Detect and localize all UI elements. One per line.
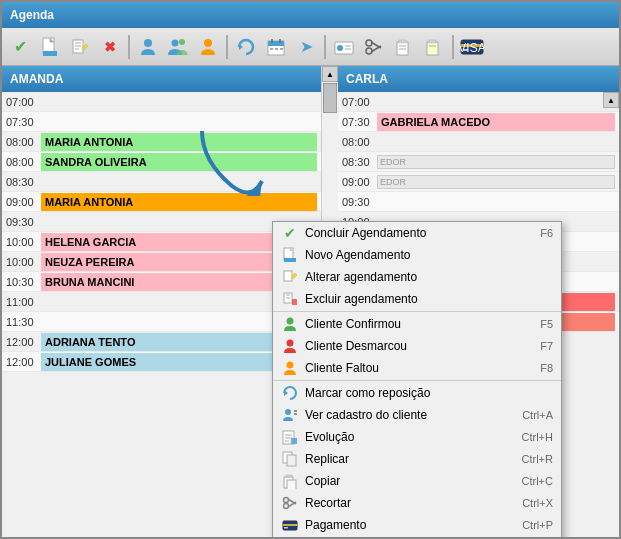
sep3: [324, 35, 326, 59]
svg-point-51: [287, 362, 294, 369]
scroll-up-btn[interactable]: ▲: [322, 66, 338, 82]
svg-rect-60: [291, 438, 297, 444]
scissors-button[interactable]: [360, 33, 388, 61]
alterar-icon: [281, 268, 299, 286]
title-bar: Agenda: [2, 2, 619, 28]
event-sandra-oliveira[interactable]: SANDRA OLIVEIRA: [41, 153, 317, 171]
table-row: 08:30: [2, 172, 321, 192]
context-menu: ✔ Concluir Agendamento F6 Novo Agendamen…: [272, 221, 562, 537]
toolbar: ✔ ✖ ➤: [2, 28, 619, 66]
person2-button[interactable]: [164, 33, 192, 61]
svg-point-10: [172, 39, 179, 46]
svg-point-9: [144, 39, 152, 47]
ctx-copiar[interactable]: Copiar Ctrl+C: [273, 470, 561, 492]
person3-button[interactable]: [194, 33, 222, 61]
event-maria-antonia[interactable]: MARIA ANTONIA: [41, 133, 317, 151]
replicar-icon: [281, 450, 299, 468]
svg-marker-13: [239, 44, 243, 50]
table-row: 09:30: [338, 192, 619, 212]
svg-rect-18: [270, 48, 273, 50]
svg-rect-72: [284, 527, 288, 529]
svg-point-22: [337, 45, 343, 51]
svg-rect-65: [287, 480, 296, 489]
svg-rect-30: [399, 40, 406, 43]
amanda-header: AMANDA: [2, 66, 321, 92]
recortar-icon: [281, 494, 299, 512]
table-row: 08:00 SANDRA OLIVEIRA: [2, 152, 321, 172]
svg-point-50: [287, 340, 294, 347]
event-maria-antonia-2[interactable]: MARIA ANTONIA: [41, 193, 317, 211]
evolucao-icon: [281, 428, 299, 446]
card-payment-button[interactable]: VISA: [458, 33, 486, 61]
ctx-confirmou[interactable]: Cliente Confirmou F5: [273, 313, 561, 335]
svg-rect-64: [286, 475, 292, 477]
svg-text:VISA: VISA: [460, 41, 484, 55]
ctx-desmarcou[interactable]: Cliente Desmarcou F7: [273, 335, 561, 357]
carla-header: CARLA: [338, 66, 619, 92]
svg-rect-62: [287, 455, 296, 466]
calendar-button[interactable]: [262, 33, 290, 61]
svg-rect-34: [429, 40, 436, 43]
ctx-pagamento[interactable]: Pagamento Ctrl+P: [273, 514, 561, 536]
scroll-up-button[interactable]: ▲: [603, 92, 619, 108]
confirmou-icon: [281, 315, 299, 333]
concluir-icon: ✔: [281, 224, 299, 242]
ctx-excluir[interactable]: Excluir agendamento: [273, 288, 561, 310]
sep2: [226, 35, 228, 59]
table-row: 07:00: [338, 92, 619, 112]
cadastro-icon: [281, 406, 299, 424]
svg-point-26: [366, 48, 372, 54]
delete-button[interactable]: ✖: [96, 33, 124, 61]
table-row: 07:30 GABRIELA MACEDO: [338, 112, 619, 132]
person1-button[interactable]: [134, 33, 162, 61]
svg-line-69: [288, 502, 296, 507]
svg-rect-33: [427, 42, 438, 55]
arrow-right-button[interactable]: ➤: [292, 33, 320, 61]
desmarcou-icon: [281, 337, 299, 355]
ctx-recortar[interactable]: Recortar Ctrl+X: [273, 492, 561, 514]
refresh-button[interactable]: [232, 33, 260, 61]
id-card-button[interactable]: [330, 33, 358, 61]
ctx-concluir[interactable]: ✔ Concluir Agendamento F6: [273, 222, 561, 244]
table-row: 09:00 MARIA ANTONIA: [2, 192, 321, 212]
table-row: 09:00 EDOR: [338, 172, 619, 192]
ctx-evolucao[interactable]: Evolução Ctrl+H: [273, 426, 561, 448]
event-gabriela-macedo[interactable]: GABRIELA MACEDO: [377, 113, 615, 131]
ctx-alterar[interactable]: Alterar agendamento: [273, 266, 561, 288]
svg-line-28: [371, 46, 381, 52]
paste2-button[interactable]: [420, 33, 448, 61]
svg-point-66: [284, 498, 289, 503]
ctx-faltou[interactable]: Cliente Faltou F8: [273, 357, 561, 379]
svg-point-53: [285, 409, 291, 415]
ctx-replicar[interactable]: Replicar Ctrl+R: [273, 448, 561, 470]
ctx-sep1: [273, 311, 561, 312]
svg-rect-0: [43, 38, 54, 53]
table-row: 08:00: [338, 132, 619, 152]
svg-rect-43: [284, 258, 296, 262]
scroll-thumb[interactable]: [323, 83, 337, 113]
main-content: ▲ AMANDA 07:00 07:30 08:00: [2, 66, 619, 537]
main-window: Agenda ✔ ✖ ➤: [0, 0, 621, 539]
confirm-button[interactable]: ✔: [6, 33, 34, 61]
svg-rect-20: [280, 48, 283, 50]
ctx-reposicao[interactable]: Marcar como reposição: [273, 382, 561, 404]
pagamento-icon: [281, 516, 299, 534]
svg-marker-52: [284, 390, 288, 396]
ctx-novo[interactable]: Novo Agendamento: [273, 244, 561, 266]
svg-rect-44: [284, 271, 292, 281]
table-row: 07:00: [2, 92, 321, 112]
ctx-cadastro[interactable]: Ver cadastro do cliente Ctrl+A: [273, 404, 561, 426]
paste1-button[interactable]: [390, 33, 418, 61]
window-title: Agenda: [10, 8, 54, 22]
svg-rect-48: [292, 299, 297, 305]
sep4: [452, 35, 454, 59]
copiar-icon: [281, 472, 299, 490]
new-doc-button[interactable]: [36, 33, 64, 61]
svg-point-67: [284, 504, 289, 509]
svg-point-12: [204, 39, 212, 47]
faltou-icon: [281, 359, 299, 377]
svg-rect-19: [275, 48, 278, 50]
edit-button[interactable]: [66, 33, 94, 61]
schedule-container: ▲ AMANDA 07:00 07:30 08:00: [2, 66, 619, 537]
svg-point-25: [366, 40, 372, 46]
